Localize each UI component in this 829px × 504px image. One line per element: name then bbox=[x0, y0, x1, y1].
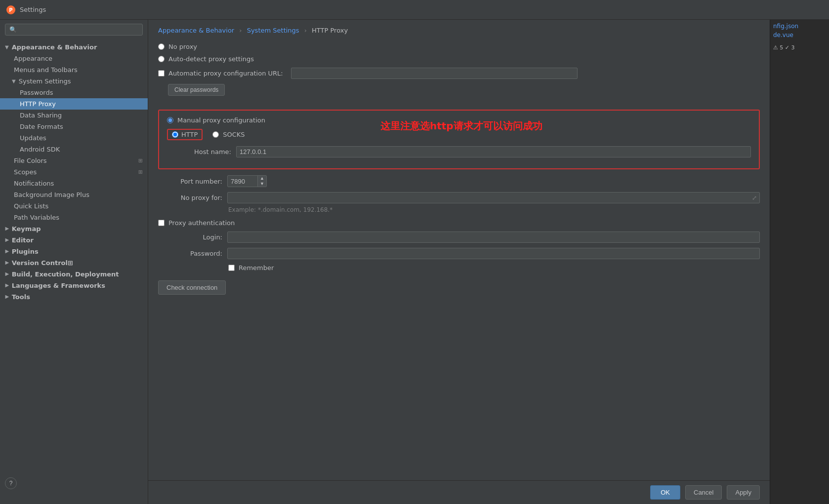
no-proxy-input-wrap: ⤢ bbox=[227, 192, 760, 203]
sidebar-group-build[interactable]: ▼ Build, Execution, Deployment bbox=[0, 269, 148, 280]
sidebar-item-updates[interactable]: Updates bbox=[0, 132, 148, 144]
sidebar-group-editor[interactable]: ▼ Editor bbox=[0, 234, 148, 246]
login-input[interactable] bbox=[227, 232, 760, 243]
remember-row: Remember bbox=[158, 264, 760, 271]
auto-config-checkbox[interactable] bbox=[158, 70, 165, 77]
hostname-row: Host name: bbox=[167, 146, 751, 157]
port-up-button[interactable]: ▲ bbox=[258, 176, 266, 181]
login-label: Login: bbox=[158, 233, 222, 241]
sidebar-item-quick-lists[interactable]: Quick Lists bbox=[0, 200, 148, 212]
apply-button[interactable]: Apply bbox=[727, 485, 760, 500]
chevron-right-icon: ▼ bbox=[4, 250, 9, 254]
right-panel-warnings: ⚠ 5 ✓ 3 bbox=[770, 43, 829, 52]
help-button[interactable]: ? bbox=[5, 477, 17, 489]
app-logo: P bbox=[6, 5, 16, 15]
socks-row: SOCKS bbox=[212, 131, 245, 138]
manual-proxy-radio-row: Manual proxy configuration bbox=[167, 116, 751, 124]
sidebar-item-http-proxy[interactable]: HTTP Proxy bbox=[0, 98, 148, 110]
right-panel-item-1: nfig.json bbox=[770, 22, 829, 31]
check-connection-button[interactable]: Check connection bbox=[158, 280, 226, 295]
port-input[interactable] bbox=[228, 176, 257, 187]
auto-config-url-input[interactable] bbox=[291, 68, 578, 79]
sidebar: 🔍 ▼ Appearance & Behavior Appearance Men… bbox=[0, 20, 148, 504]
sidebar-item-background-image-plus[interactable]: Background Image Plus bbox=[0, 189, 148, 200]
sidebar-item-android-sdk[interactable]: Android SDK bbox=[0, 144, 148, 155]
no-proxy-row: No proxy bbox=[158, 43, 760, 50]
chevron-right-icon: ▼ bbox=[4, 238, 9, 242]
title-bar: P Settings bbox=[0, 0, 829, 20]
breadcrumb-http-proxy: HTTP Proxy bbox=[312, 27, 348, 34]
content-wrapper: Appearance & Behavior › System Settings … bbox=[148, 20, 829, 504]
sidebar-group-appearance-behavior[interactable]: ▼ Appearance & Behavior bbox=[0, 41, 148, 53]
auto-detect-row: Auto-detect proxy settings bbox=[158, 55, 760, 63]
no-proxy-radio[interactable] bbox=[158, 43, 165, 50]
sidebar-group-languages[interactable]: ▼ Languages & Frameworks bbox=[0, 280, 148, 291]
hostname-label: Host name: bbox=[167, 148, 231, 155]
chevron-down-icon: ▼ bbox=[5, 44, 9, 50]
http-option-selected: HTTP bbox=[167, 129, 203, 140]
sidebar-item-passwords[interactable]: Passwords bbox=[0, 87, 148, 98]
no-proxy-for-input[interactable] bbox=[227, 192, 760, 203]
port-row: Port number: ▲ ▼ bbox=[158, 175, 760, 187]
password-input[interactable] bbox=[227, 248, 760, 259]
proxy-auth-label[interactable]: Proxy authentication bbox=[168, 219, 235, 227]
http-label[interactable]: HTTP bbox=[181, 131, 198, 138]
chevron-right-icon: ▼ bbox=[4, 295, 9, 299]
expand-icon[interactable]: ⤢ bbox=[752, 194, 757, 201]
breadcrumb-appearance[interactable]: Appearance & Behavior bbox=[158, 27, 234, 34]
clear-passwords-button[interactable]: Clear passwords bbox=[168, 84, 225, 96]
scopes-badge: ⊞ bbox=[138, 169, 143, 175]
remember-label[interactable]: Remember bbox=[239, 264, 274, 271]
sidebar-item-data-sharing[interactable]: Data Sharing bbox=[0, 110, 148, 121]
chevron-right-icon: ▼ bbox=[4, 227, 9, 231]
proxy-auth-row: Proxy authentication bbox=[158, 219, 760, 227]
right-panel-item-2: de.vue bbox=[770, 31, 829, 39]
remember-checkbox[interactable] bbox=[228, 265, 235, 271]
sidebar-group-tools[interactable]: ▼ Tools bbox=[0, 291, 148, 303]
port-down-button[interactable]: ▼ bbox=[258, 181, 266, 187]
example-text: Example: *.domain.com, 192.168.* bbox=[228, 206, 760, 213]
login-row: Login: bbox=[158, 232, 760, 243]
no-proxy-label[interactable]: No proxy bbox=[168, 43, 197, 50]
auto-config-label[interactable]: Automatic proxy configuration URL: bbox=[168, 70, 287, 77]
proxy-type-selection: HTTP SOCKS bbox=[167, 129, 751, 140]
window-title: Settings bbox=[20, 6, 46, 13]
sidebar-group-keymap[interactable]: ▼ Keymap bbox=[0, 223, 148, 234]
search-box[interactable]: 🔍 bbox=[5, 24, 143, 36]
sidebar-item-menus-toolbars[interactable]: Menus and Toolbars bbox=[0, 64, 148, 76]
manual-proxy-radio[interactable] bbox=[167, 117, 173, 123]
password-label: Password: bbox=[158, 250, 222, 257]
sidebar-group-plugins[interactable]: ▼ Plugins bbox=[0, 246, 148, 257]
sidebar-item-file-colors[interactable]: File Colors ⊞ bbox=[0, 155, 148, 166]
auto-config-row: Automatic proxy configuration URL: bbox=[158, 68, 760, 79]
sidebar-item-notifications[interactable]: Notifications bbox=[0, 178, 148, 189]
breadcrumb-system-settings[interactable]: System Settings bbox=[247, 27, 299, 34]
sidebar-group-version-control[interactable]: ▼ Version Control ⊞ bbox=[0, 257, 148, 269]
bottom-bar: OK Cancel Apply bbox=[148, 480, 770, 504]
http-radio[interactable] bbox=[172, 131, 178, 138]
auto-detect-radio[interactable] bbox=[158, 56, 165, 62]
sidebar-section-appearance-behavior: ▼ Appearance & Behavior Appearance Menus… bbox=[0, 41, 148, 223]
socks-label[interactable]: SOCKS bbox=[223, 131, 245, 138]
sidebar-item-date-formats[interactable]: Date Formats bbox=[0, 121, 148, 132]
manual-proxy-box: Manual proxy configuration HTTP SOCKS bbox=[158, 110, 760, 169]
socks-radio[interactable] bbox=[212, 131, 219, 138]
proxy-auth-checkbox[interactable] bbox=[158, 220, 165, 226]
chevron-right-icon: ▼ bbox=[4, 272, 9, 276]
no-proxy-for-label: No proxy for: bbox=[158, 192, 222, 201]
sidebar-item-appearance[interactable]: Appearance bbox=[0, 53, 148, 64]
sidebar-item-path-variables[interactable]: Path Variables bbox=[0, 212, 148, 223]
sidebar-group-system-settings[interactable]: ▼ System Settings bbox=[0, 76, 148, 87]
content-area: Appearance & Behavior › System Settings … bbox=[148, 20, 770, 504]
version-control-badge: ⊞ bbox=[68, 259, 73, 267]
chevron-down-icon: ▼ bbox=[12, 78, 16, 84]
sidebar-item-scopes[interactable]: Scopes ⊞ bbox=[0, 166, 148, 178]
sidebar-group-label: Appearance & Behavior bbox=[12, 43, 97, 51]
manual-proxy-label[interactable]: Manual proxy configuration bbox=[177, 116, 265, 124]
search-input[interactable] bbox=[20, 26, 138, 33]
port-label: Port number: bbox=[158, 178, 222, 185]
auto-detect-label[interactable]: Auto-detect proxy settings bbox=[168, 55, 254, 63]
ok-button[interactable]: OK bbox=[650, 485, 680, 500]
cancel-button[interactable]: Cancel bbox=[685, 485, 722, 500]
hostname-input[interactable] bbox=[236, 146, 751, 157]
